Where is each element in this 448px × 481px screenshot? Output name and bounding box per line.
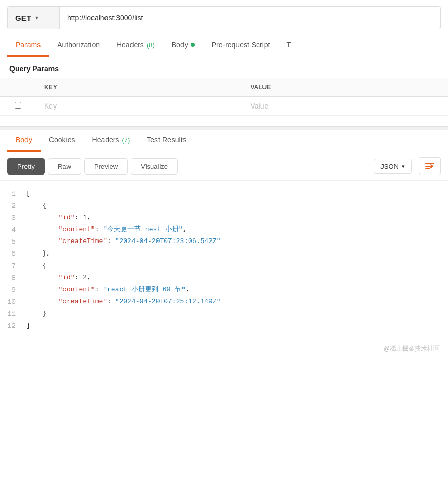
line-content: "id": 2, [26, 272, 448, 284]
line-content: } [26, 308, 448, 319]
line-number: 4 [0, 224, 26, 236]
code-line: 8 "id": 2, [0, 272, 448, 284]
watermark: @稀土掘金技术社区 [0, 339, 448, 362]
params-table: KEY VALUE Key Value [0, 78, 448, 116]
headers-badge: (8) [147, 41, 155, 49]
code-line: 11 } [0, 308, 448, 320]
line-content: "id": 1, [26, 212, 448, 223]
url-bar: GET ▾ [7, 6, 441, 29]
code-line: 9 "content": "react 小册更到 60 节", [0, 284, 448, 296]
tab-pre-request-script[interactable]: Pre-request Script [203, 35, 279, 57]
value-cell[interactable]: Value [242, 97, 448, 116]
line-number: 11 [0, 308, 26, 320]
format-chevron-icon: ▾ [402, 163, 405, 170]
query-params-title: Query Params [0, 57, 448, 78]
tab-body[interactable]: Body [163, 35, 203, 57]
line-number: 5 [0, 236, 26, 248]
line-number: 3 [0, 212, 26, 224]
line-number: 10 [0, 296, 26, 308]
preview-button[interactable]: Preview [84, 158, 128, 175]
line-number: 9 [0, 284, 26, 296]
visualize-button[interactable]: Visualize [131, 158, 178, 175]
line-number: 7 [0, 260, 26, 272]
format-select[interactable]: JSON ▾ [374, 159, 412, 174]
response-headers-badge: (7) [122, 136, 130, 144]
wrap-button[interactable] [419, 157, 441, 175]
code-line: 6 }, [0, 248, 448, 260]
param-checkbox[interactable] [15, 102, 21, 109]
code-line: 2 { [0, 200, 448, 212]
format-bar: Pretty Raw Preview Visualize JSON ▾ [0, 152, 448, 181]
tab-cookies[interactable]: Cookies [41, 130, 84, 152]
line-number: 12 [0, 320, 26, 332]
row-checkbox[interactable] [0, 97, 36, 116]
method-label: GET [15, 14, 31, 22]
line-number: 8 [0, 272, 26, 284]
line-content: [ [26, 188, 448, 199]
tab-headers[interactable]: Headers (8) [108, 35, 163, 57]
code-line: 12] [0, 320, 448, 332]
code-line: 5 "createTime": "2024-04-20T07:23:06.542… [0, 236, 448, 248]
tab-test-results[interactable]: Test Results [138, 130, 194, 152]
request-tabs: Params Authorization Headers (8) Body Pr… [0, 35, 448, 57]
line-content: "createTime": "2024-04-20T07:23:06.542Z" [26, 236, 448, 247]
chevron-down-icon: ▾ [35, 14, 38, 21]
code-line: 3 "id": 1, [0, 212, 448, 224]
format-select-label: JSON [380, 163, 399, 170]
code-line: 7 { [0, 260, 448, 272]
response-tabs: Body Cookies Headers (7) Test Results [0, 130, 448, 152]
section-divider [0, 126, 448, 130]
line-content: "content": "react 小册更到 60 节", [26, 284, 448, 296]
code-line: 10 "createTime": "2024-04-20T07:25:12.14… [0, 296, 448, 308]
wrap-icon [425, 162, 435, 171]
line-number: 6 [0, 248, 26, 260]
tab-authorization[interactable]: Authorization [49, 35, 108, 57]
line-number: 1 [0, 188, 26, 200]
line-content: "createTime": "2024-04-20T07:25:12.149Z" [26, 296, 448, 308]
line-content: }, [26, 248, 448, 259]
code-area: 1[2 {3 "id": 1,4 "content": "今天更一节 nest … [0, 181, 448, 339]
tab-response-headers[interactable]: Headers (7) [84, 130, 139, 152]
col-checkbox [0, 78, 36, 97]
tab-response-body[interactable]: Body [7, 130, 41, 152]
tab-params[interactable]: Params [7, 35, 49, 57]
line-content: { [26, 200, 448, 211]
col-key: KEY [36, 78, 242, 97]
col-value: VALUE [242, 78, 448, 97]
code-line: 4 "content": "今天更一节 nest 小册", [0, 224, 448, 236]
raw-button[interactable]: Raw [48, 158, 81, 175]
url-input[interactable] [60, 14, 440, 22]
line-content: "content": "今天更一节 nest 小册", [26, 224, 448, 235]
table-row: Key Value [0, 97, 448, 116]
body-dot-icon [191, 43, 195, 47]
key-cell[interactable]: Key [36, 97, 242, 116]
line-number: 2 [0, 200, 26, 212]
pretty-button[interactable]: Pretty [7, 158, 45, 175]
line-content: { [26, 260, 448, 272]
line-content: ] [26, 320, 448, 331]
code-line: 1[ [0, 188, 448, 200]
tab-more[interactable]: T [279, 35, 300, 57]
method-selector[interactable]: GET ▾ [8, 7, 60, 29]
